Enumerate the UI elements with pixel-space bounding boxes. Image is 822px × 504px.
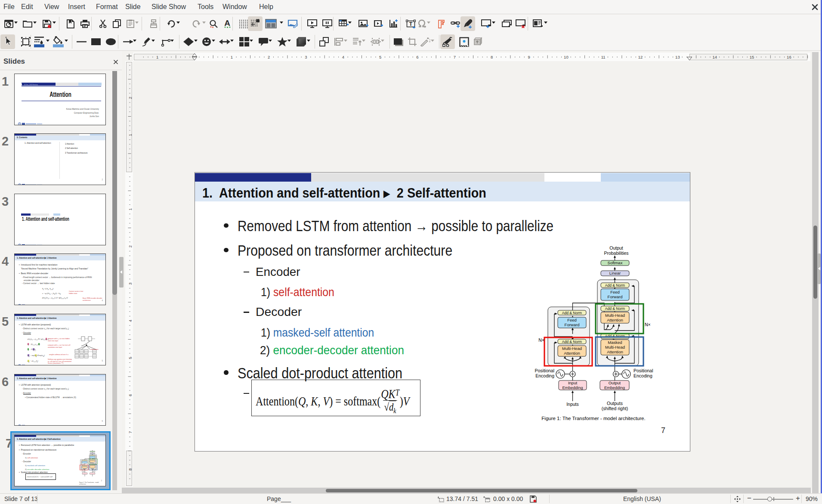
- svg-text:Multi-Head: Multi-Head: [562, 346, 582, 351]
- svg-text:4: 4: [342, 55, 344, 59]
- svg-text:8: 8: [128, 468, 133, 470]
- svg-text:7: 7: [128, 431, 133, 433]
- svg-text:15: 15: [750, 55, 754, 59]
- svg-text:5: 5: [128, 357, 133, 359]
- svg-text:3: 3: [305, 55, 307, 59]
- svg-text:Feed: Feed: [567, 318, 577, 322]
- svg-text:6: 6: [128, 394, 133, 396]
- svg-text:5: 5: [379, 55, 381, 59]
- svg-text:Linear: Linear: [609, 271, 621, 275]
- svg-text:Inputs: Inputs: [566, 402, 579, 407]
- svg-text:14: 14: [713, 55, 717, 59]
- svg-text:Add & Norm: Add & Norm: [605, 283, 625, 288]
- svg-text:N×: N×: [538, 337, 544, 343]
- svg-text:Forward: Forward: [608, 294, 623, 299]
- svg-text:A: A: [224, 19, 230, 28]
- svg-text:T: T: [409, 20, 412, 27]
- svg-text:3: 3: [128, 282, 133, 284]
- svg-text:Embedding: Embedding: [604, 385, 625, 390]
- svg-text:1: 1: [156, 55, 158, 59]
- svg-text:Multi-Head: Multi-Head: [605, 313, 625, 318]
- svg-text:Add & Norm: Add & Norm: [605, 306, 625, 311]
- svg-text:Feed: Feed: [610, 290, 620, 294]
- svg-text:Input: Input: [568, 380, 577, 385]
- svg-text:11: 11: [601, 55, 606, 59]
- svg-text:4: 4: [128, 320, 133, 322]
- svg-text:1: 1: [128, 208, 133, 210]
- svg-text:N×: N×: [645, 322, 651, 327]
- svg-text:8: 8: [491, 55, 493, 59]
- svg-text:16: 16: [787, 55, 791, 59]
- svg-text:(shifted right): (shifted right): [602, 406, 628, 411]
- svg-text:Add & Norm: Add & Norm: [562, 340, 582, 344]
- svg-text:2: 2: [128, 245, 133, 247]
- svg-text:Embedding: Embedding: [562, 385, 583, 390]
- svg-text:Encoding: Encoding: [633, 373, 652, 378]
- svg-text:Figure 1: The Transformer - mo: Figure 1: The Transformer - model archit…: [541, 416, 645, 421]
- svg-text:Encoding: Encoding: [535, 373, 554, 378]
- svg-text:Probabilities: Probabilities: [604, 250, 628, 256]
- svg-text:Positional: Positional: [633, 368, 653, 373]
- svg-text:10: 10: [564, 55, 569, 59]
- svg-text:Multi-Head: Multi-Head: [605, 345, 625, 349]
- svg-text:Attention: Attention: [607, 318, 623, 322]
- svg-text:6: 6: [416, 55, 418, 59]
- svg-text:Attention: Attention: [607, 349, 623, 354]
- svg-text:Output: Output: [609, 245, 623, 250]
- svg-text:2: 2: [268, 55, 270, 59]
- svg-text:1: 1: [128, 134, 133, 136]
- svg-text:Add & Norm: Add & Norm: [562, 311, 582, 315]
- svg-text:Positional: Positional: [535, 368, 554, 373]
- svg-text:Masked: Masked: [608, 340, 622, 345]
- svg-text:Outputs: Outputs: [607, 401, 623, 406]
- svg-text:7: 7: [454, 55, 456, 59]
- svg-text:Forward: Forward: [565, 322, 580, 327]
- svg-text:Attention: Attention: [564, 351, 580, 356]
- svg-text:9: 9: [528, 55, 530, 59]
- svg-text:Softmax: Softmax: [608, 260, 623, 265]
- svg-text:12: 12: [638, 55, 643, 59]
- svg-text:Output: Output: [609, 380, 621, 385]
- svg-text:13: 13: [675, 55, 680, 59]
- svg-text:2: 2: [128, 97, 133, 99]
- svg-text:1: 1: [231, 55, 233, 59]
